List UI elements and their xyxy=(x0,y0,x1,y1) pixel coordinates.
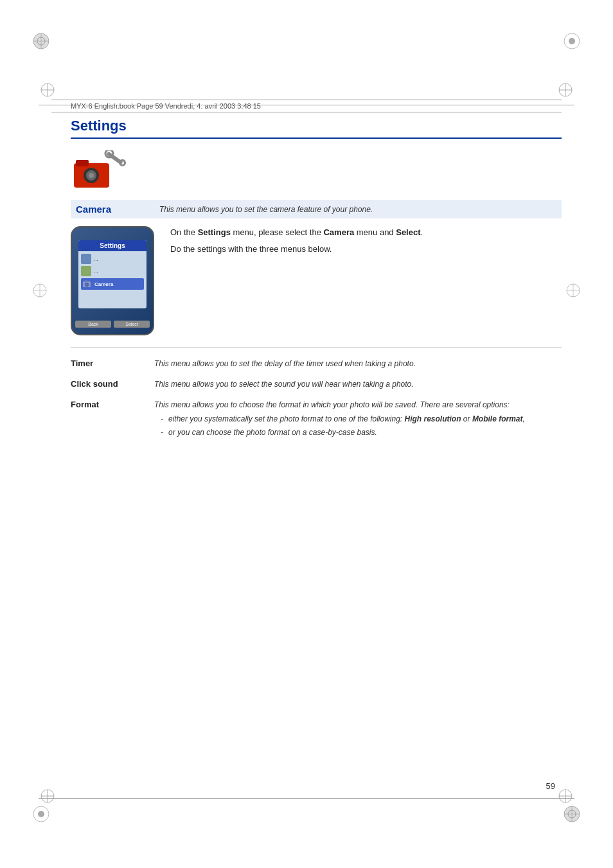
mobile-format-bold: Mobile format xyxy=(472,414,523,423)
phone-device: Settings ... ... xyxy=(71,226,154,335)
crosshair-bot-right xyxy=(558,788,573,804)
settings-bold: Settings xyxy=(198,227,231,237)
phone-menu-text-2: ... xyxy=(94,269,98,274)
phone-menu-icon-2 xyxy=(81,266,91,276)
phone-menu-item-camera: Camera xyxy=(81,278,144,290)
page-container: MYX-6 English.book Page 59 Vendredi, 4. … xyxy=(0,0,613,868)
phone-menu-items: ... ... xyxy=(78,251,147,294)
corner-bot-left xyxy=(32,805,50,823)
camera-bold: Camera xyxy=(323,227,354,237)
crosshair-bot-left xyxy=(40,788,55,804)
phone-menu-icon-1 xyxy=(81,254,91,264)
format-bullet-2: or you can choose the photo format on a … xyxy=(161,427,562,438)
svg-point-11 xyxy=(569,38,575,44)
click-sound-label: Click sound xyxy=(71,378,154,389)
camera-body-text-2: Do the settings with the three menus bel… xyxy=(170,243,562,256)
format-desc: This menu allows you to choose the forma… xyxy=(154,399,562,440)
header-strip: MYX-6 English.book Page 59 Vendredi, 4. … xyxy=(51,100,562,112)
timer-label: Timer xyxy=(71,358,154,368)
phone-menu-item-2: ... xyxy=(81,266,144,276)
corner-mid-right xyxy=(565,283,581,298)
svg-rect-31 xyxy=(76,160,89,166)
phone-menu-text-1: ... xyxy=(94,256,98,262)
corner-bot-right xyxy=(563,805,581,823)
phone-illustration: Settings ... ... xyxy=(71,226,157,335)
phone-camera-icon xyxy=(82,279,93,289)
high-res-bold: High resolution xyxy=(405,414,461,423)
file-info: MYX-6 English.book Page 59 Vendredi, 4. … xyxy=(71,102,261,110)
camera-text-content: On the Settings menu, please select the … xyxy=(157,226,562,335)
camera-label: Camera xyxy=(76,204,159,215)
camera-body-text: On the Settings menu, please select the … xyxy=(170,226,562,239)
format-bullet-list: either you systematically set the photo … xyxy=(161,413,562,438)
page-number: 59 xyxy=(546,781,555,791)
camera-section-row: Camera This menu allows you to set the c… xyxy=(71,200,562,218)
camera-detail-area: Settings ... ... xyxy=(71,226,562,335)
main-content: Settings Camera This menu allows you to … xyxy=(71,112,562,449)
phone-select-btn: Select xyxy=(114,321,150,328)
phone-menu-item-1: ... xyxy=(81,254,144,264)
corner-mid-left xyxy=(32,283,48,298)
phone-camera-text: Camera xyxy=(94,281,113,287)
format-label: Format xyxy=(71,399,154,409)
click-sound-desc: This menu allows you to select the sound… xyxy=(154,378,562,390)
timer-desc: This menu allows you to set the delay of… xyxy=(154,358,562,369)
bottom-rule xyxy=(39,798,574,799)
click-sound-section-row: Click sound This menu allows you to sele… xyxy=(71,378,562,390)
format-section-row: Format This menu allows you to choose th… xyxy=(71,399,562,440)
format-desc-intro: This menu allows you to choose the forma… xyxy=(154,400,510,409)
corner-top-right xyxy=(563,32,581,50)
phone-screen-header: Settings xyxy=(78,240,147,251)
page-title: Settings xyxy=(71,118,562,139)
camera-italic-desc: This menu allows you to set the camera f… xyxy=(159,205,556,214)
format-bullet-1: either you systematically set the photo … xyxy=(161,413,562,425)
svg-point-41 xyxy=(86,284,88,286)
timer-section-row: Timer This menu allows you to set the de… xyxy=(71,358,562,369)
camera-wrench-icon xyxy=(71,150,129,192)
select-bold: Select xyxy=(396,227,420,237)
phone-screen: Settings ... ... xyxy=(78,240,147,308)
phone-back-btn: Back xyxy=(75,321,111,328)
svg-point-19 xyxy=(38,811,44,817)
crosshair-top-right xyxy=(558,82,573,98)
phone-buttons: Back Select xyxy=(75,321,150,328)
svg-rect-39 xyxy=(85,280,87,282)
corner-top-left xyxy=(32,32,50,50)
bullet-1-end: , xyxy=(523,414,525,423)
bullet-1-text: either you systematically set the photo … xyxy=(168,414,405,423)
section-divider xyxy=(71,347,562,348)
crosshair-top-left xyxy=(40,82,55,98)
svg-point-34 xyxy=(89,173,94,178)
bullet-1-mid: or xyxy=(461,414,472,423)
